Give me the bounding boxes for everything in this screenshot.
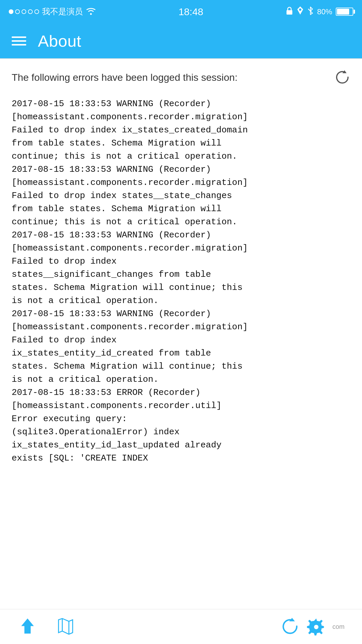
battery-fill <box>337 9 349 15</box>
signal-dots <box>9 9 39 14</box>
bluetooth-icon <box>307 6 314 17</box>
svg-point-9 <box>314 625 319 629</box>
settings-icon[interactable] <box>306 616 326 638</box>
wifi-icon <box>86 7 96 17</box>
svg-point-2 <box>299 8 301 11</box>
lock-icon <box>286 6 293 17</box>
svg-rect-0 <box>287 10 292 15</box>
hamburger-line-3 <box>12 44 26 46</box>
status-bar: 我不是演员 18:48 <box>0 0 362 23</box>
signal-dot-4 <box>28 9 33 14</box>
error-intro-text: The following errors have been logged th… <box>12 71 328 85</box>
signal-dot-3 <box>22 9 26 14</box>
app-header: About <box>0 23 362 58</box>
upload-icon[interactable] <box>17 616 38 638</box>
hamburger-menu-icon[interactable] <box>12 36 26 46</box>
status-bar-right: 80% <box>286 6 353 17</box>
error-header: The following errors have been logged th… <box>12 71 350 89</box>
hassbian-text: com <box>332 623 345 631</box>
location-icon <box>297 6 304 17</box>
hamburger-line-2 <box>12 40 26 42</box>
status-bar-time: 18:48 <box>178 6 203 18</box>
bottom-nav-left <box>17 616 76 638</box>
page-title: About <box>38 32 81 50</box>
hassbian-watermark: com <box>332 623 345 631</box>
bottom-nav-right: com <box>280 616 345 638</box>
error-log-text: 2017-08-15 18:33:53 WARNING (Recorder) [… <box>12 97 350 465</box>
refresh-button[interactable] <box>334 69 350 89</box>
main-content: The following errors have been logged th… <box>0 59 362 609</box>
refresh-nav-icon[interactable] <box>280 616 300 638</box>
battery-percentage: 80% <box>317 7 332 16</box>
signal-dot-2 <box>15 9 20 14</box>
status-bar-left: 我不是演员 <box>9 6 96 17</box>
hamburger-line-1 <box>12 36 26 38</box>
signal-dot-1 <box>9 9 13 14</box>
battery-icon <box>336 8 353 16</box>
signal-dot-5 <box>34 9 39 14</box>
carrier-text: 我不是演员 <box>42 6 83 17</box>
svg-marker-4 <box>21 618 34 634</box>
bottom-nav: com <box>0 609 362 644</box>
map-icon[interactable] <box>55 616 76 638</box>
